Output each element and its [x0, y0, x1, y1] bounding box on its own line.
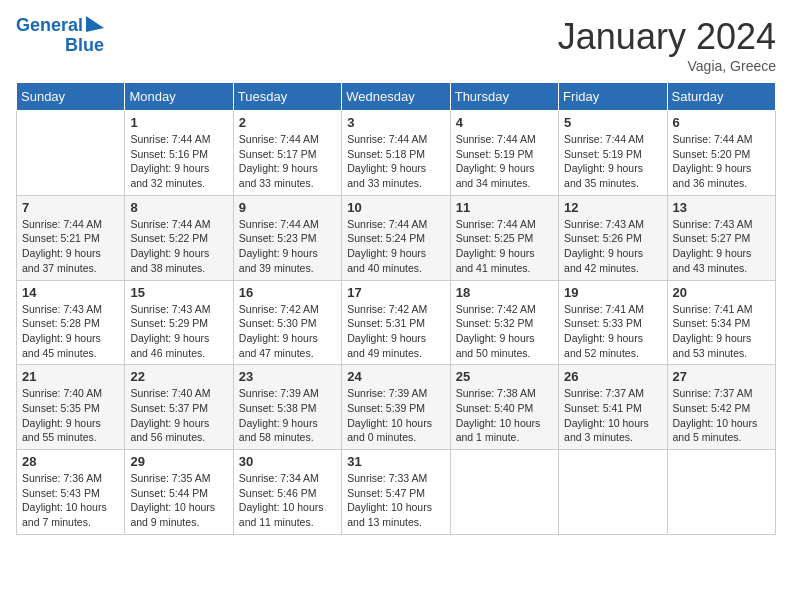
calendar-cell: 28Sunrise: 7:36 AMSunset: 5:43 PMDayligh…: [17, 450, 125, 535]
calendar-cell: 29Sunrise: 7:35 AMSunset: 5:44 PMDayligh…: [125, 450, 233, 535]
location: Vagia, Greece: [558, 58, 776, 74]
day-number: 29: [130, 454, 227, 469]
day-info: Sunrise: 7:40 AMSunset: 5:37 PMDaylight:…: [130, 386, 227, 445]
calendar-cell: 19Sunrise: 7:41 AMSunset: 5:33 PMDayligh…: [559, 280, 667, 365]
calendar-cell: 13Sunrise: 7:43 AMSunset: 5:27 PMDayligh…: [667, 195, 775, 280]
day-number: 16: [239, 285, 336, 300]
logo-text2: Blue: [65, 36, 104, 56]
day-number: 10: [347, 200, 444, 215]
day-number: 6: [673, 115, 770, 130]
day-number: 30: [239, 454, 336, 469]
day-number: 1: [130, 115, 227, 130]
calendar-cell: 25Sunrise: 7:38 AMSunset: 5:40 PMDayligh…: [450, 365, 558, 450]
day-info: Sunrise: 7:44 AMSunset: 5:19 PMDaylight:…: [564, 132, 661, 191]
calendar-cell: [559, 450, 667, 535]
calendar-cell: 16Sunrise: 7:42 AMSunset: 5:30 PMDayligh…: [233, 280, 341, 365]
day-info: Sunrise: 7:42 AMSunset: 5:31 PMDaylight:…: [347, 302, 444, 361]
day-number: 31: [347, 454, 444, 469]
day-number: 8: [130, 200, 227, 215]
day-number: 26: [564, 369, 661, 384]
day-number: 4: [456, 115, 553, 130]
day-info: Sunrise: 7:44 AMSunset: 5:21 PMDaylight:…: [22, 217, 119, 276]
day-number: 12: [564, 200, 661, 215]
calendar-cell: 7Sunrise: 7:44 AMSunset: 5:21 PMDaylight…: [17, 195, 125, 280]
day-number: 19: [564, 285, 661, 300]
day-info: Sunrise: 7:44 AMSunset: 5:22 PMDaylight:…: [130, 217, 227, 276]
calendar-cell: [450, 450, 558, 535]
day-header-thursday: Thursday: [450, 83, 558, 111]
day-info: Sunrise: 7:37 AMSunset: 5:42 PMDaylight:…: [673, 386, 770, 445]
day-header-saturday: Saturday: [667, 83, 775, 111]
day-info: Sunrise: 7:38 AMSunset: 5:40 PMDaylight:…: [456, 386, 553, 445]
day-info: Sunrise: 7:43 AMSunset: 5:26 PMDaylight:…: [564, 217, 661, 276]
calendar-cell: [17, 111, 125, 196]
day-info: Sunrise: 7:34 AMSunset: 5:46 PMDaylight:…: [239, 471, 336, 530]
day-number: 13: [673, 200, 770, 215]
day-info: Sunrise: 7:43 AMSunset: 5:29 PMDaylight:…: [130, 302, 227, 361]
day-info: Sunrise: 7:44 AMSunset: 5:18 PMDaylight:…: [347, 132, 444, 191]
day-info: Sunrise: 7:44 AMSunset: 5:23 PMDaylight:…: [239, 217, 336, 276]
day-header-friday: Friday: [559, 83, 667, 111]
logo-text: General: [16, 16, 83, 36]
calendar-cell: 31Sunrise: 7:33 AMSunset: 5:47 PMDayligh…: [342, 450, 450, 535]
day-info: Sunrise: 7:36 AMSunset: 5:43 PMDaylight:…: [22, 471, 119, 530]
day-number: 9: [239, 200, 336, 215]
calendar-cell: 17Sunrise: 7:42 AMSunset: 5:31 PMDayligh…: [342, 280, 450, 365]
calendar-week-row: 21Sunrise: 7:40 AMSunset: 5:35 PMDayligh…: [17, 365, 776, 450]
day-info: Sunrise: 7:42 AMSunset: 5:32 PMDaylight:…: [456, 302, 553, 361]
calendar-cell: 9Sunrise: 7:44 AMSunset: 5:23 PMDaylight…: [233, 195, 341, 280]
calendar-cell: 20Sunrise: 7:41 AMSunset: 5:34 PMDayligh…: [667, 280, 775, 365]
calendar-cell: 15Sunrise: 7:43 AMSunset: 5:29 PMDayligh…: [125, 280, 233, 365]
day-number: 17: [347, 285, 444, 300]
day-info: Sunrise: 7:33 AMSunset: 5:47 PMDaylight:…: [347, 471, 444, 530]
calendar-cell: [667, 450, 775, 535]
day-number: 15: [130, 285, 227, 300]
calendar-cell: 4Sunrise: 7:44 AMSunset: 5:19 PMDaylight…: [450, 111, 558, 196]
day-info: Sunrise: 7:44 AMSunset: 5:19 PMDaylight:…: [456, 132, 553, 191]
day-info: Sunrise: 7:37 AMSunset: 5:41 PMDaylight:…: [564, 386, 661, 445]
calendar-body: 1Sunrise: 7:44 AMSunset: 5:16 PMDaylight…: [17, 111, 776, 535]
calendar-cell: 26Sunrise: 7:37 AMSunset: 5:41 PMDayligh…: [559, 365, 667, 450]
month-title: January 2024: [558, 16, 776, 58]
title-block: January 2024 Vagia, Greece: [558, 16, 776, 74]
calendar-week-row: 28Sunrise: 7:36 AMSunset: 5:43 PMDayligh…: [17, 450, 776, 535]
day-number: 24: [347, 369, 444, 384]
calendar-cell: 30Sunrise: 7:34 AMSunset: 5:46 PMDayligh…: [233, 450, 341, 535]
day-number: 14: [22, 285, 119, 300]
calendar-cell: 3Sunrise: 7:44 AMSunset: 5:18 PMDaylight…: [342, 111, 450, 196]
calendar-table: SundayMondayTuesdayWednesdayThursdayFrid…: [16, 82, 776, 535]
day-info: Sunrise: 7:43 AMSunset: 5:27 PMDaylight:…: [673, 217, 770, 276]
day-number: 21: [22, 369, 119, 384]
calendar-cell: 24Sunrise: 7:39 AMSunset: 5:39 PMDayligh…: [342, 365, 450, 450]
day-number: 11: [456, 200, 553, 215]
day-number: 27: [673, 369, 770, 384]
day-info: Sunrise: 7:44 AMSunset: 5:20 PMDaylight:…: [673, 132, 770, 191]
day-number: 7: [22, 200, 119, 215]
calendar-cell: 8Sunrise: 7:44 AMSunset: 5:22 PMDaylight…: [125, 195, 233, 280]
calendar-cell: 14Sunrise: 7:43 AMSunset: 5:28 PMDayligh…: [17, 280, 125, 365]
day-info: Sunrise: 7:44 AMSunset: 5:25 PMDaylight:…: [456, 217, 553, 276]
calendar-cell: 27Sunrise: 7:37 AMSunset: 5:42 PMDayligh…: [667, 365, 775, 450]
calendar-cell: 6Sunrise: 7:44 AMSunset: 5:20 PMDaylight…: [667, 111, 775, 196]
page-header: General Blue January 2024 Vagia, Greece: [16, 16, 776, 74]
calendar-cell: 1Sunrise: 7:44 AMSunset: 5:16 PMDaylight…: [125, 111, 233, 196]
day-number: 18: [456, 285, 553, 300]
logo: General Blue: [16, 16, 104, 56]
calendar-cell: 18Sunrise: 7:42 AMSunset: 5:32 PMDayligh…: [450, 280, 558, 365]
day-number: 20: [673, 285, 770, 300]
calendar-cell: 12Sunrise: 7:43 AMSunset: 5:26 PMDayligh…: [559, 195, 667, 280]
day-number: 25: [456, 369, 553, 384]
calendar-week-row: 14Sunrise: 7:43 AMSunset: 5:28 PMDayligh…: [17, 280, 776, 365]
day-info: Sunrise: 7:44 AMSunset: 5:16 PMDaylight:…: [130, 132, 227, 191]
day-number: 23: [239, 369, 336, 384]
day-info: Sunrise: 7:40 AMSunset: 5:35 PMDaylight:…: [22, 386, 119, 445]
calendar-cell: 5Sunrise: 7:44 AMSunset: 5:19 PMDaylight…: [559, 111, 667, 196]
day-info: Sunrise: 7:44 AMSunset: 5:17 PMDaylight:…: [239, 132, 336, 191]
calendar-cell: 10Sunrise: 7:44 AMSunset: 5:24 PMDayligh…: [342, 195, 450, 280]
day-number: 22: [130, 369, 227, 384]
day-header-tuesday: Tuesday: [233, 83, 341, 111]
day-header-sunday: Sunday: [17, 83, 125, 111]
day-number: 28: [22, 454, 119, 469]
day-info: Sunrise: 7:41 AMSunset: 5:33 PMDaylight:…: [564, 302, 661, 361]
day-number: 5: [564, 115, 661, 130]
